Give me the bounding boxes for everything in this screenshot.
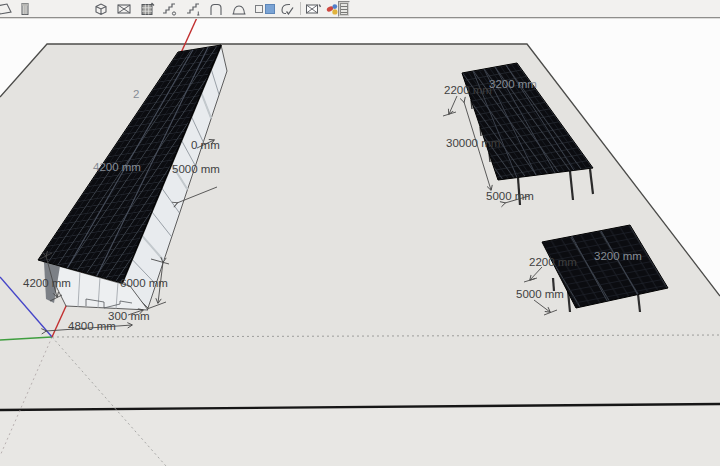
toolbar-separator bbox=[300, 2, 301, 15]
dim-label-4800-base: 4800 mm bbox=[68, 320, 116, 332]
stairs-a-tool-icon[interactable] bbox=[161, 1, 177, 17]
dim-label-6000-height: 6000 mm bbox=[120, 277, 168, 289]
dim-label-3200-small: 3200 mm bbox=[594, 250, 642, 262]
dim-label-5000-canopy: 5000 mm bbox=[172, 163, 220, 175]
frame-x-tool-icon[interactable] bbox=[116, 1, 132, 17]
model-canvas[interactable]: 2 4200 mm 0 mm 5000 mm 4200 mm 6000 mm 3… bbox=[0, 19, 720, 466]
column-tool-icon[interactable] bbox=[17, 1, 33, 17]
ground-apron[interactable] bbox=[0, 404, 720, 466]
box-tool-icon[interactable] bbox=[93, 1, 109, 17]
dim-label-5000-long: 5000 mm bbox=[486, 190, 534, 202]
dim-label-3200-long: 3200 mm bbox=[489, 78, 537, 90]
dim-label-occluded: 0 mm bbox=[191, 139, 220, 151]
sketchup-window: 2 4200 mm 0 mm 5000 mm 4200 mm 6000 mm 3… bbox=[0, 0, 720, 466]
stairs-b-tool-icon[interactable] bbox=[185, 1, 201, 17]
3d-viewport[interactable]: 2 4200 mm 0 mm 5000 mm 4200 mm 6000 mm 3… bbox=[0, 19, 720, 466]
dome-tool-icon[interactable] bbox=[231, 1, 247, 17]
dim-label-partial-2: 2 bbox=[133, 88, 139, 100]
frame-x-export-icon[interactable] bbox=[305, 1, 321, 17]
dim-label-30000-long: 30000 mm bbox=[446, 137, 500, 149]
dim-label-2200-long: 2200 mm bbox=[444, 84, 492, 96]
arc-check-tool-icon[interactable] bbox=[278, 1, 294, 17]
arch-tool-icon[interactable] bbox=[208, 1, 224, 17]
grid-cube-tool-icon[interactable] bbox=[139, 1, 155, 17]
dim-label-5000-small: 5000 mm bbox=[516, 288, 564, 300]
dim-label-2200-small: 2200 mm bbox=[529, 256, 577, 268]
dim-label-4200-panel: 4200 mm bbox=[93, 161, 141, 173]
dim-label-4200-height: 4200 mm bbox=[23, 277, 71, 289]
toolbar bbox=[0, 0, 720, 18]
plane-tool-icon[interactable] bbox=[0, 1, 12, 17]
layers-tool-icon[interactable] bbox=[338, 1, 350, 17]
